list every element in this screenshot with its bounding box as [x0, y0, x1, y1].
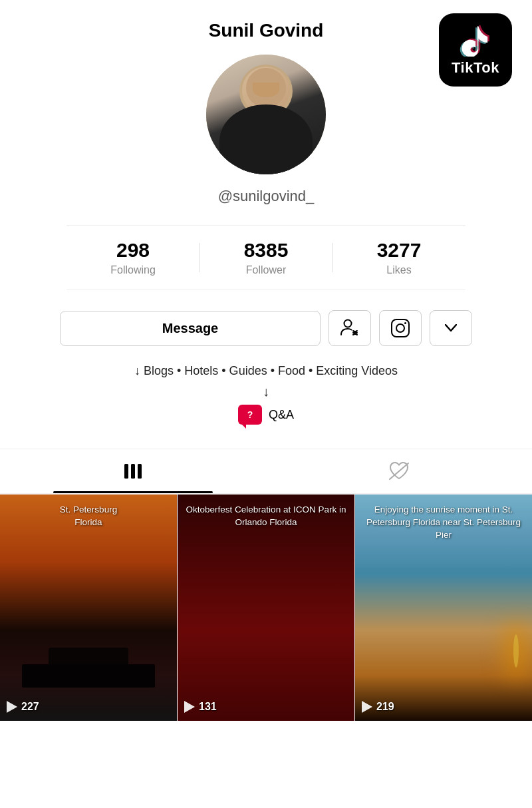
liked-icon: [388, 461, 410, 481]
profile-header: TikTok Sunil Govind @sunilgovind_ 298 Fo…: [0, 0, 532, 438]
qa-row[interactable]: ? Q&A: [238, 405, 294, 425]
profile-handle: @sunilgovind_: [218, 188, 315, 205]
bio-arrow: ↓: [263, 384, 269, 399]
video-play-count: 227: [21, 701, 39, 713]
grid-icon: [123, 463, 143, 480]
avatar: [206, 55, 326, 174]
svg-point-2: [396, 324, 404, 332]
svg-point-3: [404, 322, 406, 324]
video-play-row: 131: [184, 701, 217, 713]
tiktok-badge-label: TikTok: [452, 59, 499, 77]
tab-videos[interactable]: [0, 449, 266, 493]
avatar-image: [206, 55, 326, 174]
profile-name: Sunil Govind: [209, 20, 324, 41]
stat-following[interactable]: 298 Following: [66, 239, 200, 276]
followers-count: 8385: [244, 239, 289, 262]
video-play-count: 131: [199, 701, 217, 713]
tab-liked[interactable]: [266, 449, 532, 493]
video-grid: St. PetersburgFlorida 227 Oktoberfest Ce…: [0, 495, 532, 721]
video-play-row: 227: [7, 701, 39, 713]
video-title: Oktoberfest Celebration at ICON Park in …: [186, 504, 346, 529]
chevron-down-icon: [445, 324, 457, 332]
video-title: St. PetersburgFlorida: [8, 504, 169, 529]
message-button[interactable]: Message: [60, 311, 321, 346]
qa-label: Q&A: [269, 408, 294, 422]
instagram-icon: [390, 318, 410, 338]
svg-point-0: [344, 320, 352, 327]
tiktok-badge[interactable]: TikTok: [439, 13, 512, 87]
svg-rect-1: [392, 319, 409, 337]
video-card[interactable]: St. PetersburgFlorida 227: [0, 495, 178, 721]
likes-count: 3277: [377, 239, 422, 262]
qa-icon: ?: [238, 405, 262, 425]
video-card[interactable]: Oktoberfest Celebration at ICON Park in …: [178, 495, 355, 721]
follow-icon: [340, 319, 360, 337]
play-icon: [7, 701, 17, 713]
more-options-button[interactable]: [430, 310, 472, 346]
svg-rect-4: [124, 464, 128, 479]
instagram-button[interactable]: [379, 310, 422, 346]
followers-label: Follower: [246, 264, 286, 276]
following-label: Following: [110, 264, 156, 276]
tab-bar: [0, 449, 532, 495]
bio-section: ↓ Blogs • Hotels • Guides • Food • Excit…: [33, 362, 499, 425]
stat-followers[interactable]: 8385 Follower: [200, 239, 332, 276]
svg-rect-5: [131, 464, 135, 479]
video-play-row: 219: [362, 701, 394, 713]
play-icon: [184, 701, 195, 713]
video-card[interactable]: Enjoying the sunrise moment in St. Peter…: [355, 495, 532, 721]
play-icon: [362, 701, 372, 713]
stat-likes[interactable]: 3277 Likes: [332, 239, 466, 276]
video-play-count: 219: [376, 701, 394, 713]
follow-button[interactable]: [329, 310, 371, 346]
svg-rect-6: [138, 464, 142, 479]
video-title: Enjoying the sunrise moment in St. Peter…: [363, 504, 524, 542]
bio-text: ↓ Blogs • Hotels • Guides • Food • Excit…: [134, 362, 398, 380]
following-count: 298: [116, 239, 150, 262]
likes-label: Likes: [386, 264, 411, 276]
action-row: Message: [60, 310, 472, 346]
stats-row: 298 Following 8385 Follower 3277 Likes: [66, 225, 466, 290]
